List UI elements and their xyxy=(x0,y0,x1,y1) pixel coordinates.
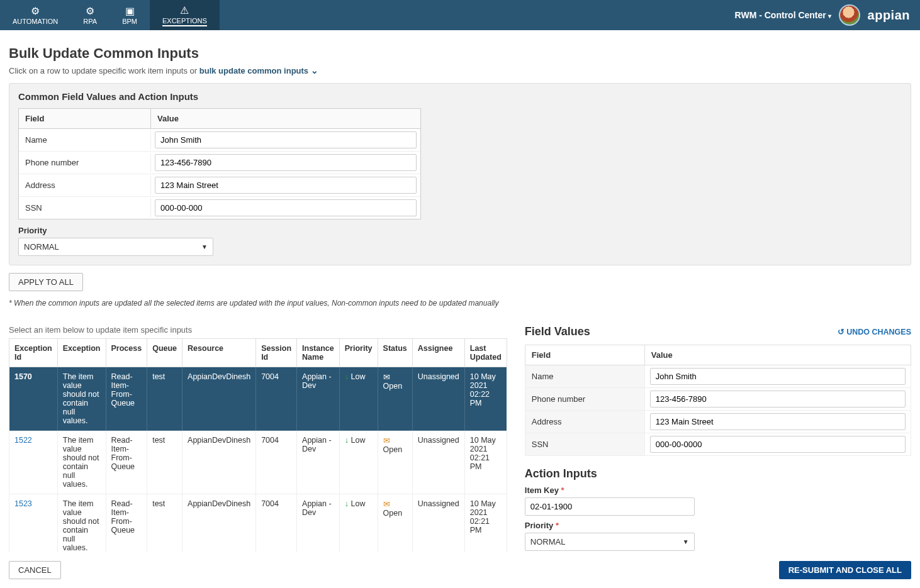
column-header-field: Field xyxy=(19,109,151,128)
column-header[interactable]: Exception xyxy=(57,339,106,367)
field-input-address[interactable] xyxy=(650,413,906,430)
field-value-row: Address xyxy=(525,411,911,433)
field-input-name[interactable] xyxy=(155,131,417,148)
nav-tab-label: BPM xyxy=(122,18,137,25)
table-row[interactable]: 1570 The item value should not contain n… xyxy=(9,367,507,431)
bulk-update-link[interactable]: bulk update common inputs xyxy=(199,66,318,75)
arrow-down-icon: ↓ xyxy=(345,372,349,381)
queue-text: test xyxy=(147,494,182,558)
column-header[interactable]: Session Id xyxy=(256,339,297,367)
priority-select-right[interactable]: NORMAL ▼ xyxy=(525,533,695,551)
column-header[interactable]: Exception Id xyxy=(9,339,58,367)
common-field-row: SSN xyxy=(19,196,420,219)
field-input-name[interactable] xyxy=(650,368,906,385)
envelope-icon: ✉ xyxy=(383,500,390,509)
exception-text: The item value should not contain null v… xyxy=(57,431,106,494)
nav-tab-label: EXCEPTIONS xyxy=(162,17,207,26)
status-cell: ✉Open xyxy=(378,494,412,558)
arrow-down-icon: ↓ xyxy=(345,499,349,508)
field-label: Phone number xyxy=(19,153,151,172)
assignee-text: Unassigned xyxy=(412,367,464,431)
priority-selected-value: NORMAL xyxy=(24,242,59,252)
column-header[interactable]: Priority xyxy=(339,339,378,367)
avatar[interactable] xyxy=(839,4,860,26)
exceptions-table: Exception IdExceptionProcessQueueResourc… xyxy=(9,338,507,558)
control-center-dropdown[interactable]: RWM - Control Center xyxy=(735,10,831,20)
field-label: SSN xyxy=(19,198,151,218)
item-key-input[interactable] xyxy=(525,497,695,516)
common-field-row: Name xyxy=(19,129,420,151)
nav-tab-label: RPA xyxy=(83,18,97,25)
process-text: Read-Item-From-Queue xyxy=(106,494,147,558)
field-label: Name xyxy=(19,130,151,150)
column-header[interactable]: Status xyxy=(378,339,412,367)
field-value-row: Name xyxy=(525,365,911,388)
nav-tab-rpa[interactable]: ⚙ RPA xyxy=(70,0,109,30)
resubmit-close-all-button[interactable]: RE-SUBMIT AND CLOSE ALL xyxy=(779,561,911,579)
apply-to-all-button[interactable]: APPLY TO ALL xyxy=(9,273,83,291)
session-id-text: 7004 xyxy=(256,494,297,558)
field-input-ssn[interactable] xyxy=(650,436,906,453)
common-fields-panel: Common Field Values and Action Inputs Fi… xyxy=(9,83,911,265)
column-header[interactable]: Resource xyxy=(182,339,256,367)
process-text: Read-Item-From-Queue xyxy=(106,431,147,494)
exception-id-link[interactable]: 1522 xyxy=(14,436,32,445)
resource-text: AppianDevDinesh xyxy=(182,431,256,494)
table-row[interactable]: 1523 The item value should not contain n… xyxy=(9,494,507,558)
column-header[interactable]: Instance Name xyxy=(297,339,340,367)
cancel-button[interactable]: CANCEL xyxy=(9,561,61,579)
select-item-note: Select an item below to update item spec… xyxy=(9,325,507,335)
envelope-icon: ✉ xyxy=(383,373,390,382)
column-header[interactable]: Process xyxy=(106,339,147,367)
chevron-down-icon: ▼ xyxy=(683,538,689,545)
table-row[interactable]: 1522 The item value should not contain n… xyxy=(9,431,507,494)
footer-bar: CANCEL RE-SUBMIT AND CLOSE ALL xyxy=(0,552,920,588)
last-updated-text: 10 May 2021 02:21 PM xyxy=(464,431,507,494)
exception-id-link[interactable]: 1570 xyxy=(14,372,32,381)
nav-tab-exceptions[interactable]: ⚠ EXCEPTIONS xyxy=(150,0,220,30)
status-cell: ✉Open xyxy=(378,431,412,494)
column-header[interactable]: Assignee xyxy=(412,339,464,367)
top-nav: ⚙ AUTOMATION ⚙ RPA ▣ BPM ⚠ EXCEPTIONS RW… xyxy=(0,0,920,30)
page-subtitle: Click on a row to update specific work i… xyxy=(9,65,911,75)
nav-tab-automation[interactable]: ⚙ AUTOMATION xyxy=(0,0,70,30)
field-label: Name xyxy=(525,365,644,388)
column-header-field: Field xyxy=(525,345,644,365)
assignee-text: Unassigned xyxy=(412,494,464,558)
field-input-phone number[interactable] xyxy=(155,154,417,171)
column-header-value: Value xyxy=(644,345,911,365)
warning-icon: ⚠ xyxy=(180,4,189,16)
exception-text: The item value should not contain null v… xyxy=(57,494,106,558)
priority-select[interactable]: NORMAL ▼ xyxy=(18,238,213,256)
field-input-address[interactable] xyxy=(155,177,417,194)
field-input-phone number[interactable] xyxy=(650,391,906,408)
nav-tab-label: AUTOMATION xyxy=(13,18,58,25)
exception-text: The item value should not contain null v… xyxy=(57,367,106,431)
nav-right: RWM - Control Center appian xyxy=(735,0,920,30)
nav-tab-bpm[interactable]: ▣ BPM xyxy=(109,0,150,30)
brand-logo: appian xyxy=(868,8,910,23)
undo-changes-button[interactable]: UNDO CHANGES xyxy=(838,327,911,336)
panel-title: Common Field Values and Action Inputs xyxy=(18,91,902,102)
queue-text: test xyxy=(147,431,182,494)
last-updated-text: 10 May 2021 02:21 PM xyxy=(464,494,507,558)
nav-tabs: ⚙ AUTOMATION ⚙ RPA ▣ BPM ⚠ EXCEPTIONS xyxy=(0,0,220,30)
exception-id-link[interactable]: 1523 xyxy=(14,499,32,508)
instance-name-text: Appian - Dev xyxy=(297,431,340,494)
common-fields-table: Field Value Name Phone number Address SS… xyxy=(18,108,421,219)
field-label: Phone number xyxy=(525,388,644,411)
field-value-row: SSN xyxy=(525,433,911,456)
item-key-label: Item Key * xyxy=(525,485,911,495)
priority-cell: ↓ Low xyxy=(339,431,378,494)
resource-text: AppianDevDinesh xyxy=(182,494,256,558)
arrow-down-icon: ↓ xyxy=(345,436,349,445)
column-header[interactable]: Last Updated xyxy=(464,339,507,367)
chevron-down-icon: ▼ xyxy=(201,243,208,250)
status-cell: ✉Open xyxy=(378,367,412,431)
field-input-ssn[interactable] xyxy=(155,199,417,216)
priority-label-right: Priority * xyxy=(525,521,911,530)
field-values-title: Field Values xyxy=(525,325,590,338)
envelope-icon: ✉ xyxy=(383,436,390,445)
priority-cell: ↓ Low xyxy=(339,367,378,431)
column-header[interactable]: Queue xyxy=(147,339,182,367)
